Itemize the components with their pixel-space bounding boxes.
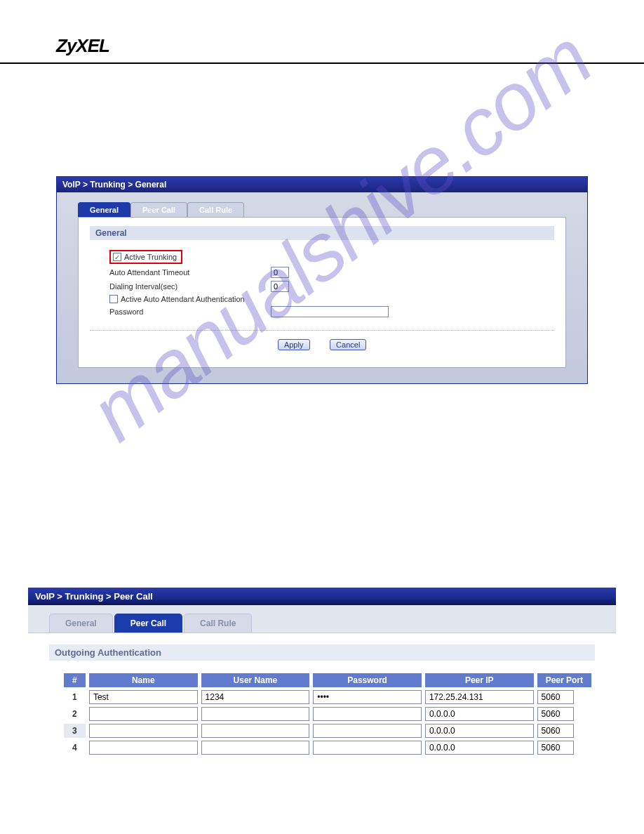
- auto-attendant-timeout-input[interactable]: [271, 267, 289, 278]
- user-input[interactable]: [201, 741, 310, 755]
- peer-port-input[interactable]: [537, 741, 574, 755]
- tab-peer-call[interactable]: Peer Call: [130, 202, 187, 217]
- tab-call-rule[interactable]: Call Rule: [184, 614, 252, 633]
- auto-attendant-timeout-label: Auto Attendant Timeout: [109, 268, 271, 277]
- breadcrumb: VoIP > Trunking > General: [57, 177, 587, 192]
- password-input[interactable]: [313, 707, 422, 721]
- col-name: Name: [89, 673, 198, 687]
- peer-port-input[interactable]: [537, 690, 574, 704]
- row-num: 3: [64, 724, 86, 738]
- auto-attendant-auth-label: Active Auto Attendant Authentication: [121, 295, 245, 303]
- user-input[interactable]: [201, 724, 310, 738]
- password-input[interactable]: [313, 741, 422, 755]
- dialing-interval-input[interactable]: [271, 281, 289, 292]
- section-title-outgoing-auth: Outgoing Authentication: [49, 644, 595, 661]
- active-trunking-highlight: ✓ Active Trunking: [109, 250, 182, 264]
- peer-ip-input[interactable]: [425, 690, 534, 704]
- name-input[interactable]: [89, 724, 198, 738]
- password-label: Password: [109, 307, 271, 316]
- table-row: 2: [64, 707, 591, 721]
- peer-table: # Name User Name Password Peer IP Peer P…: [60, 670, 595, 757]
- col-user: User Name: [201, 673, 310, 687]
- tab-peer-call[interactable]: Peer Call: [114, 614, 182, 633]
- apply-button[interactable]: Apply: [278, 339, 310, 350]
- breadcrumb: VoIP > Trunking > Peer Call: [28, 588, 616, 605]
- peer-ip-input[interactable]: [425, 707, 534, 721]
- password-input[interactable]: [313, 690, 422, 704]
- row-num: 2: [64, 707, 86, 721]
- section-title-general: General: [90, 226, 554, 240]
- col-peer-ip: Peer IP: [425, 673, 534, 687]
- cancel-button[interactable]: Cancel: [330, 339, 366, 350]
- tab-general[interactable]: General: [49, 614, 113, 633]
- active-trunking-label: Active Trunking: [124, 253, 177, 261]
- active-trunking-checkbox[interactable]: ✓: [113, 253, 121, 261]
- name-input[interactable]: [89, 741, 198, 755]
- password-input[interactable]: [313, 724, 422, 738]
- separator: [90, 330, 554, 331]
- auto-attendant-auth-checkbox[interactable]: [109, 295, 118, 303]
- brand-logo: ZyXEL: [56, 35, 588, 57]
- name-input[interactable]: [89, 707, 198, 721]
- row-num: 1: [64, 690, 86, 704]
- name-input[interactable]: [89, 690, 198, 704]
- dialing-interval-label: Dialing Interval(sec): [109, 282, 271, 291]
- col-peer-port: Peer Port: [537, 673, 591, 687]
- peer-call-panel: VoIP > Trunking > Peer Call General Peer…: [28, 588, 616, 834]
- row-num: 4: [64, 741, 86, 755]
- general-panel: VoIP > Trunking > General General Peer C…: [56, 176, 588, 384]
- password-input[interactable]: [271, 306, 389, 317]
- col-password: Password: [313, 673, 422, 687]
- tab-call-rule[interactable]: Call Rule: [187, 202, 244, 217]
- tab-general[interactable]: General: [78, 202, 130, 217]
- table-row: 1: [64, 690, 591, 704]
- user-input[interactable]: [201, 690, 310, 704]
- table-row: 3: [64, 724, 591, 738]
- peer-port-input[interactable]: [537, 724, 574, 738]
- peer-ip-input[interactable]: [425, 741, 534, 755]
- peer-port-input[interactable]: [537, 707, 574, 721]
- table-row: 4: [64, 741, 591, 755]
- col-num: #: [64, 673, 86, 687]
- user-input[interactable]: [201, 707, 310, 721]
- peer-ip-input[interactable]: [425, 724, 534, 738]
